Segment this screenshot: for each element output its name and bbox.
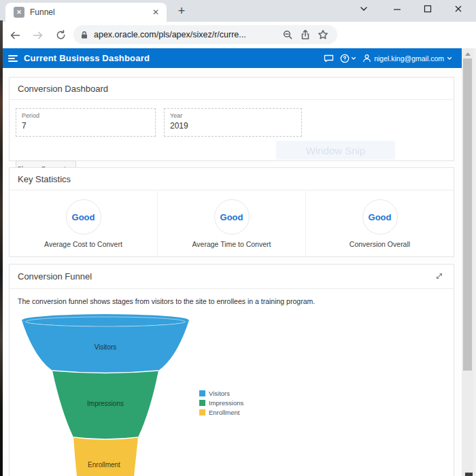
address-bar[interactable]: apex.oracle.com/pls/apex/sixez/r/curre..… [73,25,337,44]
legend-label-impressions[interactable]: Impressions [209,399,243,407]
user-menu[interactable]: nigel.king@gmail.com [362,54,452,63]
user-email: nigel.king@gmail.com [374,54,444,63]
tab-strip: ✕ Funnel ✕ + [0,0,476,22]
reload-button[interactable] [52,27,69,44]
legend-label-enrollment[interactable]: Enrollment [209,409,240,416]
bookmark-star-icon[interactable] [316,27,330,42]
help-icon[interactable] [340,54,356,63]
status-badge: Good [362,199,398,235]
scroll-up-arrow-icon[interactable] [465,52,471,56]
conversion-funnel-title: Conversion Funnel [18,271,92,282]
conversion-dashboard-card: Conversion Dashboard Period 7 Year 2019 … [9,77,454,161]
year-field[interactable]: Year 2019 [164,108,302,137]
conversion-dashboard-title: Conversion Dashboard [18,84,108,94]
legend-swatch-visitors[interactable] [199,390,205,396]
status-value: Good [72,212,95,222]
tab-title: Funnel [30,7,150,17]
new-tab-button[interactable]: + [173,3,190,20]
funnel-label-impressions: Impressions [87,400,124,407]
period-value: 7 [22,121,150,131]
legend-swatch-impressions[interactable] [199,400,205,406]
share-icon[interactable] [298,27,313,42]
funnel-stage-enrollment[interactable] [73,437,138,476]
stat-label: Average Time to Convert [192,240,271,248]
tab-search-chevron-icon[interactable] [359,0,369,18]
url-text: apex.oracle.com/pls/apex/sixez/r/curre..… [94,30,277,39]
key-statistics-card: Key Statistics Good Average Cost to Conv… [9,167,454,257]
status-badge: Good [214,199,250,235]
lock-icon [80,31,88,39]
app-title: Current Business Dashboard [24,53,150,63]
stat-conversion-overall: Good Conversion Overall [305,191,454,257]
page-content: Conversion Dashboard Period 7 Year 2019 … [0,68,462,476]
background-window-fragment [465,473,473,476]
window-minimize-button[interactable] [392,0,402,18]
window-close-button[interactable] [454,0,463,18]
chart-legend: Visitors Impressions Enrollment [199,390,243,416]
tab-close-icon[interactable]: ✕ [150,7,161,18]
stat-label: Average Cost to Convert [44,240,122,248]
forward-button[interactable] [30,27,46,44]
window-maximize-button[interactable] [423,0,432,18]
funnel-description: The conversion funnel shows stages from … [18,297,315,305]
feedback-icon[interactable] [324,54,334,63]
browser-tab[interactable]: ✕ Funnel ✕ [5,3,167,22]
zoom-out-icon[interactable] [280,27,295,42]
funnel-chart: Visitors Impressions Enrollment Visitors… [0,306,462,476]
stat-average-cost: Good Average Cost to Convert [10,191,157,257]
window-right-edge [473,48,476,476]
stat-label: Conversion Overall [350,240,410,248]
period-field[interactable]: Period 7 [16,108,156,137]
back-button[interactable] [7,27,23,44]
status-badge: Good [66,199,101,235]
funnel-label-visitors: Visitors [95,343,117,351]
scrollbar-thumb[interactable] [463,58,472,371]
stat-average-time: Good Average Time to Convert [157,191,305,257]
page-scrollbar[interactable] [462,48,473,476]
nav-menu-icon[interactable] [8,55,18,62]
browser-toolbar: apex.oracle.com/pls/apex/sixez/r/curre..… [0,22,476,48]
browser-window: ✕ Funnel ✕ + [0,0,476,476]
status-value: Good [220,212,243,222]
period-label: Period [22,112,150,119]
legend-label-visitors[interactable]: Visitors [209,390,230,397]
apex-favicon-icon: ✕ [14,7,24,18]
year-label: Year [170,112,296,119]
window-snip-watermark: Window Snip [276,141,395,160]
funnel-label-enrollment: Enrollment [88,461,120,469]
legend-swatch-enrollment[interactable] [199,409,205,415]
status-value: Good [369,212,392,222]
expand-icon[interactable] [435,271,445,282]
app-header: Current Business Dashboard nigel.king@gm… [0,48,462,68]
year-value: 2019 [170,121,296,131]
key-statistics-title: Key Statistics [18,174,71,184]
background-desktop-strip [0,20,3,476]
